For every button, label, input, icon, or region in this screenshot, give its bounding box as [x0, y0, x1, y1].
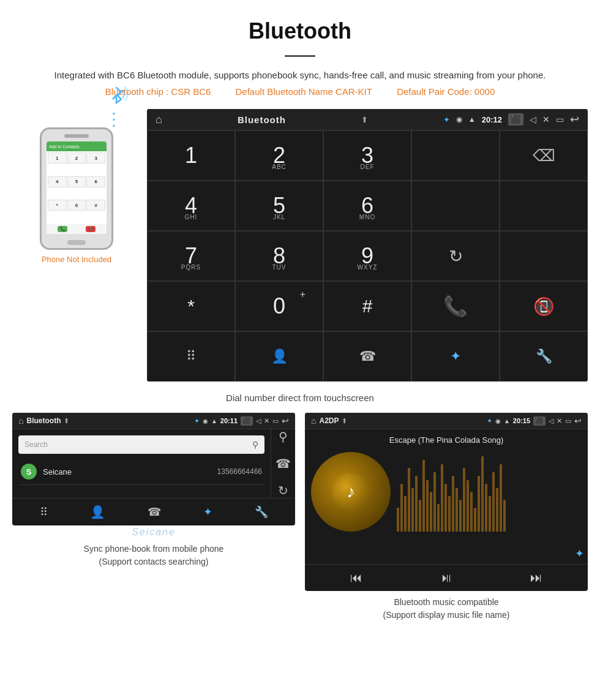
volume-icon[interactable]: ◁: [530, 115, 536, 124]
song-title: Escape (The Pina Colada Song): [389, 435, 503, 445]
pb-caption: Sync phone-book from mobile phone (Suppo…: [84, 543, 224, 568]
pb-back-icon[interactable]: ↩: [282, 416, 289, 426]
home-icon[interactable]: ⌂: [156, 113, 162, 126]
dial-key-8[interactable]: 8 TUV: [235, 231, 323, 281]
dial-key-4[interactable]: 4 GHI: [147, 181, 235, 231]
backspace-icon: ⌫: [533, 146, 555, 165]
page-title: Bluetooth: [0, 0, 600, 50]
nav-contacts[interactable]: 👤: [235, 331, 323, 382]
music-close-icon[interactable]: ✕: [557, 417, 562, 425]
equalizer: [397, 452, 582, 532]
phone-dial-grid: 1 2 3 4 5 6 * 0 #: [47, 151, 107, 224]
phone-home-btn: [67, 240, 86, 245]
dialer-grid: 1 2 ABC 3 DEF ⌫ 4 GHI: [147, 130, 588, 382]
status-bar-right: ✦ ◉ ▲ 20:12 ⬛ ◁ ✕ ▭ ↩: [443, 113, 579, 126]
phonebook-content: Search ⚲ S Seicane 13566664466: [12, 429, 271, 498]
dial-key-2: 2: [67, 152, 86, 164]
main-caption: Dial number direct from touchscreen: [0, 393, 600, 403]
phone-not-included-orange: Phone Not Included: [42, 255, 111, 264]
pb-vol-icon[interactable]: ◁: [256, 417, 261, 425]
dial-key-3[interactable]: 3 DEF: [323, 130, 411, 181]
phone-not-included: Phone Not Included: [42, 255, 111, 264]
contact-avatar: S: [21, 464, 37, 480]
music-back-icon[interactable]: ↩: [574, 416, 582, 426]
music-playpause-icon[interactable]: ⏯: [440, 571, 452, 585]
dial-key-5[interactable]: 5 JKL: [235, 181, 323, 231]
pb-win-icon[interactable]: ▭: [272, 417, 279, 425]
phonebook-body: Search ⚲ S Seicane 13566664466: [12, 429, 271, 491]
contacts-icon: 👤: [271, 348, 288, 364]
dial-key-2[interactable]: 2 ABC: [235, 130, 323, 181]
bluetooth-status-icon: ✦: [443, 115, 450, 124]
pb-close-icon[interactable]: ✕: [264, 417, 269, 425]
music-screen: ⌂ A2DP ⬆ ✦ ◉ ▲ 20:15 ⬛ ◁ ✕ ▭ ↩ Es: [305, 413, 588, 591]
pb-search-icon[interactable]: ⚲: [279, 429, 288, 444]
music-time: 20:15: [513, 417, 530, 424]
dial-backspace[interactable]: ⌫: [500, 130, 588, 181]
location-icon: ◉: [456, 115, 462, 124]
pb-cam-icon[interactable]: ⬛: [241, 416, 253, 426]
window-icon[interactable]: ▭: [556, 115, 564, 124]
album-art-inner: ♪: [332, 473, 369, 510]
music-bt-icon: ✦: [487, 417, 492, 425]
dial-key-3: 3: [86, 152, 105, 164]
pb-bottom-nav: ⠿ 👤 ☎ ✦ 🔧: [12, 498, 295, 525]
music-cam-icon[interactable]: ⬛: [533, 416, 546, 426]
music-bluetooth-badge: ✦: [575, 547, 584, 560]
dial-key-hash[interactable]: #: [323, 281, 411, 331]
pb-loc-icon: ◉: [203, 418, 208, 424]
spec-code: Default Pair Code: 0000: [397, 86, 495, 97]
music-status-left: ⌂ A2DP ⬆: [311, 416, 347, 426]
spec-name: Default Bluetooth Name CAR-KIT: [236, 86, 372, 97]
close-icon[interactable]: ✕: [542, 115, 550, 124]
nav-bluetooth[interactable]: ✦: [411, 331, 500, 382]
music-home-icon[interactable]: ⌂: [311, 416, 316, 426]
usb-icon: ⬆: [361, 115, 368, 124]
contact-row[interactable]: S Seicane 13566664466: [18, 459, 264, 485]
dial-key-star: *: [48, 200, 67, 211]
music-win-icon[interactable]: ▭: [565, 417, 571, 425]
pb-nav-settings[interactable]: 🔧: [255, 505, 268, 519]
dial-key-star[interactable]: *: [147, 281, 235, 331]
camera-icon[interactable]: ⬛: [508, 113, 523, 126]
pb-nav-bluetooth[interactable]: ✦: [203, 505, 212, 519]
nav-phone[interactable]: ☎: [323, 331, 411, 382]
pb-nav-phone[interactable]: ☎: [148, 505, 161, 519]
phone-red-btn: 📵: [86, 226, 96, 232]
dial-key-7[interactable]: 7 PQRS: [147, 231, 235, 281]
phonebook-main-row: Search ⚲ S Seicane 13566664466 ⚲ ☎: [12, 429, 295, 498]
dial-key-9[interactable]: 9 WXYZ: [323, 231, 411, 281]
music-note-icon: ♪: [347, 482, 355, 502]
dial-call-red[interactable]: 📵: [500, 281, 588, 331]
dial-call-green[interactable]: 📞: [411, 281, 500, 331]
settings-icon: 🔧: [536, 348, 552, 364]
music-prev-icon[interactable]: ⏮: [350, 571, 362, 585]
pb-refresh-icon[interactable]: ↻: [278, 483, 288, 498]
pb-caption-line1: Sync phone-book from mobile phone: [84, 543, 224, 555]
dial-key-0[interactable]: 0 +: [235, 281, 323, 331]
bluetooth-nav-icon: ✦: [450, 348, 461, 364]
status-bar-usb: ⬆: [361, 115, 368, 124]
music-screenshot: ⌂ A2DP ⬆ ✦ ◉ ▲ 20:15 ⬛ ◁ ✕ ▭ ↩ Es: [305, 413, 588, 622]
search-icon[interactable]: ⚲: [252, 440, 258, 450]
music-caption-line1: Bluetooth music compatible: [383, 596, 510, 609]
dial-key-0: 0: [67, 200, 86, 211]
pb-caption-line2: (Support contacts searching): [84, 555, 224, 568]
pb-nav-dialpad[interactable]: ⠿: [40, 505, 48, 519]
dial-empty-1a: [411, 130, 500, 181]
music-vol-icon[interactable]: ◁: [549, 417, 553, 425]
pb-home-icon[interactable]: ⌂: [18, 416, 23, 426]
search-bar[interactable]: Search ⚲: [18, 435, 264, 454]
back-icon[interactable]: ↩: [570, 113, 579, 126]
dial-key-6[interactable]: 6 MNO: [323, 181, 411, 231]
dial-key-1[interactable]: 1: [147, 130, 235, 181]
nav-dialpad[interactable]: ⠿: [147, 331, 235, 382]
pb-call-icon[interactable]: ☎: [276, 456, 291, 471]
contact-number: 13566664466: [217, 467, 262, 476]
phone-body: Add to Contacts 1 2 3 4 5 6 * 0 #: [40, 127, 113, 250]
phone-screen-top: Add to Contacts: [47, 141, 107, 151]
pb-nav-contacts[interactable]: 👤: [90, 505, 105, 519]
nav-settings[interactable]: 🔧: [500, 331, 588, 382]
music-next-icon[interactable]: ⏭: [530, 571, 542, 585]
dial-refresh[interactable]: ↻: [411, 231, 500, 281]
